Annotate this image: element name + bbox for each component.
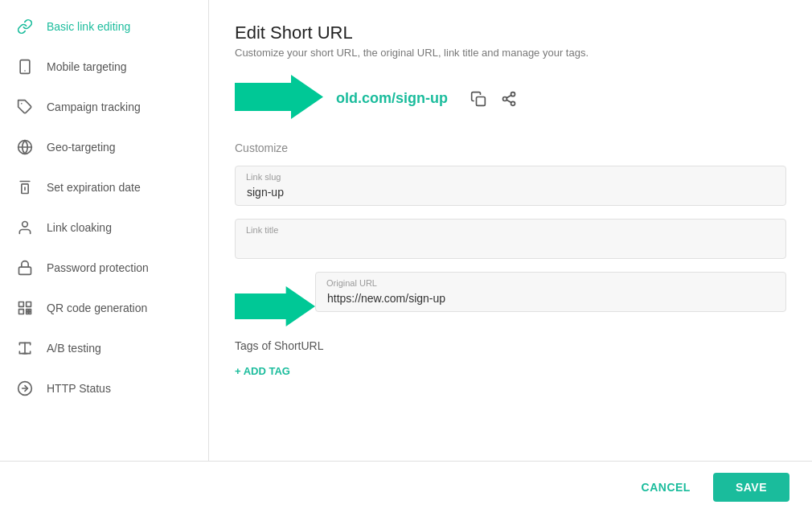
copy-icon xyxy=(470,91,486,107)
copy-url-button[interactable] xyxy=(467,88,490,110)
tags-title: Tags of ShortURL xyxy=(235,339,786,352)
original-url-row: Original URL xyxy=(235,272,786,326)
svg-point-6 xyxy=(23,222,28,228)
svg-rect-13 xyxy=(27,312,29,314)
qr-icon xyxy=(16,299,34,317)
svg-line-23 xyxy=(506,100,511,102)
sidebar-item-label: Basic link editing xyxy=(47,20,130,33)
svg-rect-14 xyxy=(29,310,31,312)
original-url-group: Original URL xyxy=(315,272,786,312)
link-icon xyxy=(16,18,34,35)
svg-marker-18 xyxy=(235,75,323,119)
link-title-group: Link title xyxy=(235,219,786,259)
sidebar-item-basic-link-editing[interactable]: Basic link editing xyxy=(0,6,208,47)
svg-rect-9 xyxy=(27,302,31,307)
dialog-footer: CANCEL SAVE xyxy=(0,461,812,513)
svg-rect-7 xyxy=(19,267,31,274)
sidebar-item-set-expiration-date[interactable]: Set expiration date xyxy=(0,167,208,207)
sidebar-item-label: Set expiration date xyxy=(47,181,141,194)
short-url-row: old.com/sign-up xyxy=(235,75,786,122)
svg-rect-11 xyxy=(27,310,29,312)
svg-rect-19 xyxy=(477,96,486,105)
sidebar-item-label: HTTP Status xyxy=(47,382,111,395)
svg-rect-0 xyxy=(20,60,30,74)
add-tag-button[interactable]: + ADD TAG xyxy=(235,362,290,380)
sidebar-item-http-status[interactable]: HTTP Status xyxy=(0,368,208,408)
sidebar-item-label: QR code generation xyxy=(47,302,147,314)
sidebar-item-label: Campaign tracking xyxy=(47,101,141,113)
arrow-indicator-url xyxy=(235,75,323,122)
sidebar: Basic link editing Mobile targeting xyxy=(0,0,209,461)
save-button[interactable]: SAVE xyxy=(713,473,789,502)
customize-label: Customize xyxy=(235,142,786,154)
cancel-button[interactable]: CANCEL xyxy=(629,474,703,500)
mobile-icon xyxy=(16,58,34,76)
share-url-button[interactable] xyxy=(498,88,520,110)
edit-short-url-dialog: Basic link editing Mobile targeting xyxy=(0,0,812,513)
link-slug-input[interactable] xyxy=(235,166,786,206)
link-slug-label: Link slug xyxy=(246,172,281,182)
svg-rect-8 xyxy=(19,302,24,307)
svg-rect-10 xyxy=(19,310,24,314)
share-icon xyxy=(501,91,517,107)
link-slug-group: Link slug xyxy=(235,166,786,206)
http-icon xyxy=(16,380,34,397)
link-title-label: Link title xyxy=(246,225,278,235)
sidebar-item-label: Geo-targeting xyxy=(47,141,116,154)
svg-line-24 xyxy=(506,95,511,97)
tags-section: Tags of ShortURL + ADD TAG xyxy=(235,339,786,380)
sidebar-item-label: A/B testing xyxy=(47,342,101,355)
page-title: Edit Short URL xyxy=(235,23,786,43)
person-icon xyxy=(16,219,34,236)
original-url-input[interactable] xyxy=(315,272,786,312)
sidebar-item-link-cloaking[interactable]: Link cloaking xyxy=(0,207,208,248)
sidebar-item-qr-code-generation[interactable]: QR code generation xyxy=(0,288,208,328)
svg-marker-25 xyxy=(235,286,315,326)
lock-icon xyxy=(16,259,34,277)
sidebar-item-geo-targeting[interactable]: Geo-targeting xyxy=(0,127,208,167)
short-url-link[interactable]: old.com/sign-up xyxy=(336,90,448,107)
svg-rect-12 xyxy=(29,312,31,314)
timer-icon xyxy=(16,179,34,196)
sidebar-item-password-protection[interactable]: Password protection xyxy=(0,248,208,288)
arrow-indicator-original-url xyxy=(235,286,315,326)
green-arrow-small-svg xyxy=(235,286,315,326)
dialog-body: Basic link editing Mobile targeting xyxy=(0,0,812,461)
sidebar-item-label: Password protection xyxy=(47,261,149,274)
page-subtitle: Customize your short URL, the original U… xyxy=(235,47,786,59)
sidebar-item-mobile-targeting[interactable]: Mobile targeting xyxy=(0,47,208,87)
main-content: Edit Short URL Customize your short URL,… xyxy=(209,0,812,461)
original-url-label: Original URL xyxy=(326,278,377,288)
globe-icon xyxy=(16,138,34,156)
ab-icon xyxy=(16,339,34,357)
sidebar-item-label: Link cloaking xyxy=(47,221,112,234)
sidebar-item-campaign-tracking[interactable]: Campaign tracking xyxy=(0,87,208,127)
url-actions xyxy=(467,88,520,110)
sidebar-item-ab-testing[interactable]: A/B testing xyxy=(0,328,208,368)
green-arrow-svg xyxy=(235,75,323,119)
tag-icon xyxy=(16,98,34,116)
link-title-input[interactable] xyxy=(235,219,786,259)
sidebar-item-label: Mobile targeting xyxy=(47,60,127,73)
